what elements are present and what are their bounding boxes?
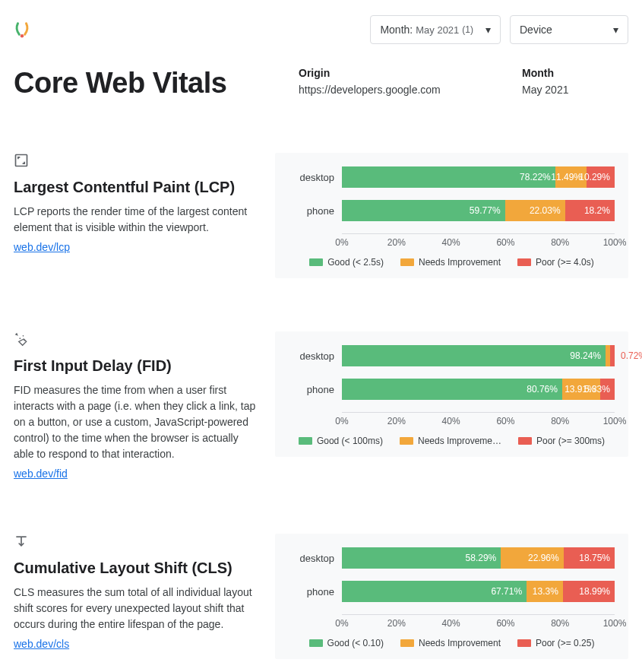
legend-needs-improvement: Needs Improvement	[400, 257, 501, 268]
legend-needs-improvement: Needs Improveme…	[400, 436, 501, 446]
chart-legend: Good (< 0.10)Needs ImprovementPoor (>= 0…	[289, 638, 615, 648]
metric-cls: Cumulative Layout Shift (CLS)CLS measure…	[0, 534, 642, 659]
bar-segment-poor: 5.33%	[600, 379, 615, 400]
month-value: May 2021	[522, 84, 628, 96]
metric-description: FID measures the time from when a user f…	[14, 382, 257, 462]
x-axis: 0%20%40%60%80%100%	[342, 412, 615, 426]
chart-card: desktop78.22%11.49%10.29%phone59.77%22.0…	[275, 153, 628, 278]
bar-segment-needs-improvement: 13.3%	[527, 581, 563, 602]
metric-lcp: Largest Contentful Paint (LCP)LCP report…	[0, 153, 642, 278]
svg-point-2	[20, 338, 21, 339]
month-label: Month	[522, 67, 628, 79]
bar-segment-good: 98.24%	[342, 345, 606, 366]
bar-category-label: phone	[289, 205, 334, 217]
bar-category-label: desktop	[289, 553, 334, 564]
stacked-bar: 59.77%22.03%18.2%	[342, 200, 615, 221]
axis-tick: 20%	[387, 416, 406, 426]
x-axis: 0%20%40%60%80%100%	[342, 614, 615, 629]
legend-needs-improvement: Needs Improvement	[400, 638, 501, 648]
bar-segment-good: 67.71%	[342, 581, 527, 602]
stacked-bar: 78.22%11.49%10.29%	[342, 166, 615, 188]
bar-row: desktop58.29%22.96%18.75%	[289, 547, 615, 569]
metric-link[interactable]: web.dev/cls	[14, 638, 69, 650]
bar-segment-poor: 18.75%	[564, 547, 615, 569]
dropdown-caret-icon: ▾	[613, 24, 618, 36]
axis-tick: 60%	[496, 237, 514, 248]
axis-tick: 20%	[387, 237, 406, 248]
bar-category-label: desktop	[289, 350, 334, 362]
svg-rect-1	[16, 155, 27, 166]
bar-segment-good: 58.29%	[342, 547, 501, 569]
metric-link[interactable]: web.dev/fid	[14, 468, 68, 480]
bar-category-label: phone	[289, 384, 334, 395]
axis-tick: 40%	[442, 416, 460, 426]
metric-description: LCP reports the render time of the large…	[14, 204, 257, 236]
metric-link[interactable]: web.dev/lcp	[14, 241, 70, 253]
metric-title: Cumulative Layout Shift (CLS)	[14, 559, 257, 577]
month-selector[interactable]: Month: May 2021 (1) ▾	[370, 15, 501, 44]
axis-tick: 80%	[551, 416, 569, 426]
legend-good: Good (< 0.10)	[309, 638, 384, 648]
axis-tick: 0%	[335, 237, 348, 248]
metric-description: CLS measures the sum total of all indivi…	[14, 585, 257, 632]
bar-segment-poor: 18.99%	[563, 581, 615, 602]
axis-tick: 100%	[603, 237, 627, 248]
stacked-bar: 98.24%0.72%	[342, 345, 615, 366]
chart-card: desktop98.24%0.72%phone80.76%13.91%5.33%…	[275, 331, 628, 457]
dropdown-caret-icon: ▾	[485, 24, 491, 36]
axis-tick: 0%	[335, 416, 348, 426]
svg-point-3	[23, 335, 24, 337]
metric-title: First Input Delay (FID)	[14, 357, 257, 375]
metric-fid: First Input Delay (FID)FID measures the …	[0, 331, 642, 480]
axis-tick: 100%	[603, 618, 627, 629]
origin-value: https://developers.google.com	[299, 84, 492, 96]
bar-segment-needs-improvement: 22.96%	[501, 547, 563, 569]
axis-tick: 80%	[551, 618, 569, 629]
bar-category-label: phone	[289, 586, 334, 598]
bar-segment-good: 80.76%	[342, 379, 562, 400]
bar-category-label: desktop	[289, 172, 334, 183]
svg-point-0	[21, 34, 24, 37]
device-selector-label: Device	[520, 24, 552, 36]
axis-tick: 0%	[335, 618, 348, 629]
axis-tick: 40%	[442, 237, 460, 248]
cls-icon	[14, 534, 257, 552]
month-selector-value: May 2021	[416, 24, 459, 36]
legend-poor: Poor (>= 300ms)	[518, 436, 605, 446]
app-logo	[14, 21, 30, 38]
chart-legend: Good (< 100ms)Needs Improveme…Poor (>= 3…	[289, 436, 615, 446]
bar-segment-good: 78.22%	[342, 166, 555, 188]
lcp-icon	[14, 153, 257, 171]
bar-segment-good: 59.77%	[342, 200, 505, 221]
bar-row: phone80.76%13.91%5.33%	[289, 379, 615, 400]
axis-tick: 100%	[603, 416, 627, 426]
chart-card: desktop58.29%22.96%18.75%phone67.71%13.3…	[275, 534, 628, 659]
bar-segment-poor: 0.72%	[610, 345, 615, 366]
stacked-bar: 80.76%13.91%5.33%	[342, 379, 615, 400]
month-selector-count: (1)	[462, 24, 473, 35]
axis-tick: 60%	[496, 618, 514, 629]
bar-segment-needs-improvement: 22.03%	[505, 200, 565, 221]
bar-row: phone67.71%13.3%18.99%	[289, 581, 615, 602]
x-axis: 0%20%40%60%80%100%	[342, 233, 615, 248]
legend-good: Good (< 100ms)	[299, 436, 383, 446]
bar-segment-poor: 10.29%	[587, 166, 615, 188]
legend-poor: Poor (>= 0.25)	[517, 638, 594, 648]
axis-tick: 40%	[442, 618, 460, 629]
bar-row: phone59.77%22.03%18.2%	[289, 200, 615, 221]
device-selector[interactable]: Device ▾	[510, 15, 628, 44]
origin-label: Origin	[299, 67, 492, 79]
axis-tick: 80%	[551, 237, 569, 248]
legend-good: Good (< 2.5s)	[309, 257, 384, 268]
bar-row: desktop98.24%0.72%	[289, 345, 615, 366]
stacked-bar: 67.71%13.3%18.99%	[342, 581, 615, 602]
bar-segment-poor: 18.2%	[565, 200, 615, 221]
chart-legend: Good (< 2.5s)Needs ImprovementPoor (>= 4…	[289, 257, 615, 268]
fid-icon	[14, 331, 257, 350]
stacked-bar: 58.29%22.96%18.75%	[342, 547, 615, 569]
axis-tick: 20%	[387, 618, 406, 629]
metric-title: Largest Contentful Paint (LCP)	[14, 179, 257, 196]
page-title: Core Web Vitals	[14, 67, 268, 100]
axis-tick: 60%	[496, 416, 514, 426]
bar-row: desktop78.22%11.49%10.29%	[289, 166, 615, 188]
